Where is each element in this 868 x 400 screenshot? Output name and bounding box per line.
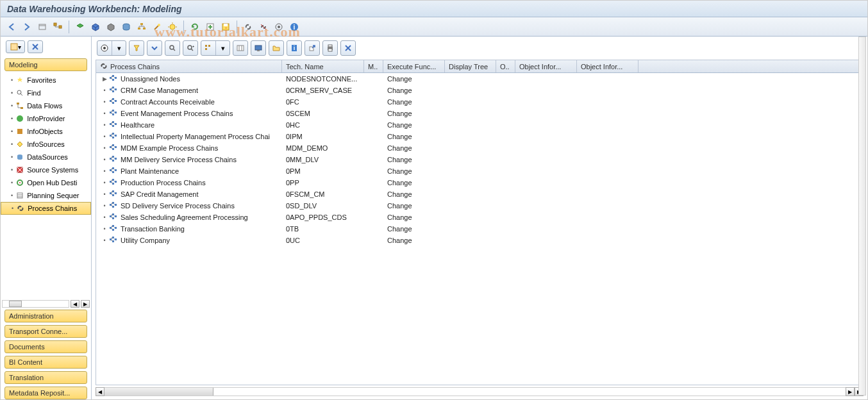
row-tech: 0HC [282, 121, 364, 129]
sidebar-config-button[interactable]: ▾ [6, 40, 25, 53]
link-button[interactable] [241, 20, 255, 34]
columns-button[interactable] [233, 41, 247, 55]
sidebar-item-infosources[interactable]: •InfoSources [1, 138, 91, 151]
tree-button[interactable] [51, 20, 65, 34]
vscroll-track[interactable] [858, 37, 866, 396]
table-row[interactable]: •MDM Example Process ChainsMDM_DEMOChang… [96, 142, 863, 154]
hscroll-track[interactable] [104, 387, 846, 396]
wand-button[interactable] [150, 20, 164, 34]
translation-button[interactable]: Translation [4, 371, 87, 384]
col-process-chains[interactable]: Process Chains [96, 60, 282, 72]
sidebar-hscroll-right[interactable]: ▶ [81, 300, 90, 308]
metadata-button[interactable]: Metadata Reposit... [4, 387, 87, 399]
sidebar-item-dataflows[interactable]: •Data Flows [1, 99, 91, 112]
table-row[interactable]: •SD Delivery Service Process Chains0SD_D… [96, 200, 863, 212]
col-execute[interactable]: Execute Func... [383, 60, 445, 72]
sidebar-item-infoprovider[interactable]: •InfoProvider [1, 112, 91, 125]
row-tech: 0IPM [282, 133, 364, 140]
table-row[interactable]: •Intellectual Property Management Proces… [96, 131, 863, 142]
find-button[interactable] [165, 41, 179, 55]
bullet-icon: • [101, 156, 108, 163]
modeling-section-button[interactable]: Modeling [4, 58, 87, 71]
sidebar-item-openhub[interactable]: •Open Hub Desti [1, 176, 91, 189]
tree-toggle-dropdown[interactable]: ▾ [215, 41, 230, 55]
separator [237, 21, 237, 33]
hierarchy-button[interactable] [135, 20, 149, 34]
sidebar-close-button[interactable] [28, 40, 43, 53]
col-m[interactable]: M.. [364, 60, 383, 72]
save-button[interactable] [219, 20, 233, 34]
execute-dropdown[interactable]: ▾ [112, 41, 126, 55]
vscroll[interactable] [858, 37, 866, 396]
sidebar-item-processchains[interactable]: •Process Chains [1, 202, 91, 215]
table-row[interactable]: •Utility Company0UCChange [96, 235, 863, 246]
col-tech-name[interactable]: Tech. Name [282, 60, 364, 72]
table-row[interactable]: •Healthcare0HCChange [96, 119, 863, 131]
infocube-button[interactable] [88, 20, 103, 34]
table-row[interactable]: •Production Process Chains0PPChange [96, 177, 863, 188]
activate-button[interactable] [165, 20, 179, 34]
sidebar-item-label: Open Hub Desti [27, 179, 77, 187]
refresh-button[interactable] [188, 20, 202, 34]
grid-header: Process Chains Tech. Name M.. Execute Fu… [96, 60, 863, 73]
unlink-button[interactable] [256, 20, 271, 34]
table-row[interactable]: ▶Unassigned NodesNODESNOTCONNE...Change [96, 73, 863, 85]
hscroll-right[interactable]: ▶ [846, 387, 855, 396]
col-display-tree[interactable]: Display Tree [445, 60, 496, 72]
infoarea-button[interactable] [73, 20, 87, 34]
folder-button[interactable] [269, 41, 283, 55]
sidebar-hscroll-thumb[interactable] [9, 301, 22, 307]
cube2-button[interactable] [104, 20, 118, 34]
table-row[interactable]: •Event Management Process Chains0SCEMCha… [96, 108, 863, 119]
row-name: MM Delivery Service Process Chains [121, 156, 237, 163]
grid-toolbar: ▾ + ▾ i [92, 37, 867, 60]
table-row[interactable]: •Plant Maintenance0PMChange [96, 165, 863, 177]
documents-button[interactable]: Documents [4, 340, 87, 353]
svg-point-9 [170, 24, 175, 29]
sidebar-item-datasources[interactable]: •DataSources [1, 151, 91, 163]
forward-button[interactable] [20, 20, 34, 34]
filter-button[interactable] [129, 41, 144, 55]
sidebar-item-label: InfoObjects [27, 128, 63, 135]
bicontent-button[interactable]: BI Content [4, 356, 87, 369]
cylinder-button[interactable] [119, 20, 133, 34]
hscroll-thumb[interactable] [104, 388, 213, 396]
target-button[interactable] [272, 20, 286, 34]
display-button[interactable] [251, 41, 265, 55]
table-row[interactable]: •CRM Case Management0CRM_SERV_CASEChange [96, 85, 863, 96]
col-o[interactable]: O.. [496, 60, 515, 72]
table-row[interactable]: •Transaction Banking0TBChange [96, 223, 863, 235]
sidebar-item-sourcesystems[interactable]: •Source Systems [1, 163, 91, 176]
create-button[interactable] [203, 20, 217, 34]
table-row[interactable]: •SAP Credit Management0FSCM_CMChange [96, 188, 863, 200]
information-button[interactable]: i [287, 41, 301, 55]
row-name: Plant Maintenance [121, 167, 179, 175]
print-button[interactable] [323, 41, 337, 55]
hscroll-left[interactable]: ◀ [96, 387, 104, 396]
sidebar-item-favorites[interactable]: •Favorites [1, 74, 91, 87]
sidebar-hscroll-track[interactable] [2, 300, 69, 308]
svg-rect-6 [138, 28, 140, 29]
sidebar-item-find[interactable]: •Find [1, 87, 91, 99]
info-button[interactable]: i [287, 20, 301, 34]
table-row[interactable]: •Contract Accounts Receivable0FCChange [96, 96, 863, 108]
cancel-button[interactable] [341, 41, 355, 55]
window-button[interactable] [35, 20, 49, 34]
sidebar-item-planning[interactable]: •Planning Sequer [1, 189, 91, 202]
find-next-button[interactable]: + [183, 41, 197, 55]
col-objinfo2[interactable]: Object Infor... [577, 60, 638, 72]
sidebar-item-infoobjects[interactable]: •InfoObjects [1, 125, 91, 138]
expand-icon[interactable]: ▶ [101, 76, 108, 82]
back-button[interactable] [4, 20, 19, 34]
sidebar-hscroll-left[interactable]: ◀ [71, 300, 79, 308]
external-button[interactable] [305, 41, 319, 55]
svg-rect-123 [112, 240, 114, 242]
administration-button[interactable]: Administration [4, 310, 87, 322]
col-objinfo1[interactable]: Object Infor... [515, 60, 577, 72]
execute-button[interactable] [97, 41, 112, 55]
collapse-button[interactable] [147, 41, 162, 55]
transport-button[interactable]: Transport Conne... [4, 325, 87, 338]
table-row[interactable]: •Sales Scheduling Agreement Processing0A… [96, 212, 863, 223]
tree-toggle-button[interactable] [201, 41, 215, 55]
table-row[interactable]: •MM Delivery Service Process Chains0MM_D… [96, 154, 863, 165]
